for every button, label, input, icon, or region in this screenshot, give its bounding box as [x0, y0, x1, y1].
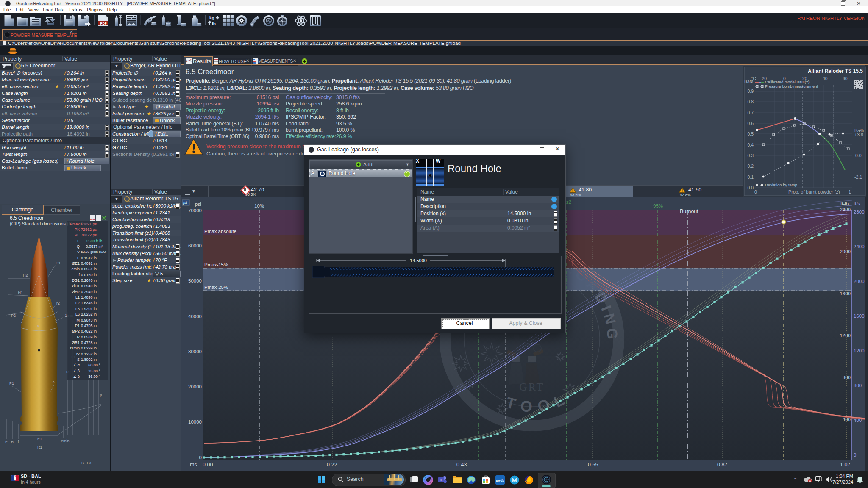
svg-text:β: β	[100, 394, 102, 397]
svg-text:800: 800	[854, 383, 862, 388]
svg-text:mydp: mydp	[496, 478, 504, 482]
svg-text:0: 0	[199, 455, 202, 460]
svg-text:1200: 1200	[854, 348, 865, 353]
svg-text:ft-lb: ft-lb	[840, 201, 849, 206]
svg-text:10000: 10000	[188, 419, 202, 424]
svg-text:1200: 1200	[840, 333, 851, 338]
svg-text:L3: L3	[87, 461, 91, 464]
svg-text:r2: r2	[56, 301, 60, 305]
svg-text:1600: 1600	[840, 291, 851, 296]
svg-text:emin: emin	[61, 439, 70, 443]
svg-text:40: 40	[823, 76, 828, 81]
svg-text:60000: 60000	[188, 243, 202, 248]
svg-text:Alliant Reloder TS 15.5: Alliant Reloder TS 15.5	[808, 68, 863, 74]
svg-text:Pmax-25%: Pmax-25%	[204, 285, 228, 290]
svg-text:-2.1: -2.1	[854, 175, 862, 180]
svg-text:T: T	[440, 478, 442, 482]
svg-text:PDF: PDF	[100, 22, 107, 25]
svg-text:P1: P1	[9, 381, 14, 385]
svg-text:°C: °C	[751, 76, 756, 81]
svg-text:δ: δ	[53, 380, 55, 384]
svg-text:14.5000: 14.5000	[410, 258, 427, 263]
svg-text:+3.8: +3.8	[854, 132, 863, 137]
svg-text:2000: 2000	[840, 249, 851, 254]
svg-text:ft/s: ft/s	[854, 201, 860, 206]
svg-text:f: f	[18, 440, 19, 444]
svg-text:0.6: 0.6	[747, 121, 754, 126]
svg-text:70000: 70000	[188, 208, 202, 213]
svg-text:800: 800	[843, 375, 851, 380]
svg-text:z2: z2	[566, 200, 571, 205]
svg-text:0.43: 0.43	[456, 462, 467, 468]
svg-text:E: E	[5, 440, 8, 444]
svg-text:0.00: 0.00	[203, 462, 213, 468]
svg-text:0.3: 0.3	[747, 153, 754, 158]
svg-text:20000: 20000	[188, 384, 202, 389]
svg-text:0.87: 0.87	[717, 462, 727, 468]
svg-text:H2: H2	[23, 273, 28, 277]
svg-text:H1: H1	[18, 291, 23, 295]
svg-text:0.0: 0.0	[855, 153, 862, 158]
svg-text:0.7: 0.7	[747, 110, 754, 115]
svg-text:0: 0	[854, 452, 856, 458]
svg-text:60: 60	[843, 76, 848, 81]
svg-text:2400: 2400	[840, 207, 851, 212]
svg-text:ms: ms	[190, 462, 197, 468]
svg-text:2000: 2000	[854, 279, 865, 284]
svg-text:R: R	[11, 440, 14, 444]
svg-text:0.2: 0.2	[747, 164, 754, 169]
svg-text:0.0: 0.0	[747, 185, 754, 190]
svg-text:0.5: 0.5	[747, 131, 754, 136]
svg-text:Burnout: Burnout	[680, 208, 698, 214]
svg-text:30000: 30000	[188, 349, 202, 354]
svg-text:0.22: 0.22	[327, 462, 337, 468]
svg-text:0.9: 0.9	[747, 89, 754, 94]
svg-text:α: α	[37, 324, 39, 327]
svg-text:0: 0	[754, 189, 757, 194]
svg-text:G1: G1	[56, 261, 61, 265]
svg-text:Prop. of burnt powder (z): Prop. of burnt powder (z)	[788, 189, 840, 194]
svg-text:1600: 1600	[854, 313, 865, 319]
svg-text:GRT: GRT	[519, 381, 544, 393]
svg-text:0.4: 0.4	[747, 142, 754, 147]
svg-text:P2: P2	[11, 313, 16, 318]
svg-text:50000: 50000	[188, 278, 202, 283]
svg-text:R1: R1	[37, 445, 42, 449]
svg-text:E1: E1	[37, 437, 42, 441]
svg-text:0.65: 0.65	[588, 462, 598, 468]
svg-text:psi: psi	[195, 202, 201, 207]
svg-text:1: 1	[849, 189, 851, 194]
svg-text:Deviation by temp.: Deviation by temp.	[765, 183, 798, 187]
svg-text:Pmax absolute: Pmax absolute	[204, 229, 236, 234]
svg-text:1.07: 1.07	[840, 462, 850, 468]
svg-text:2800: 2800	[854, 209, 865, 214]
svg-text:40000: 40000	[188, 314, 202, 319]
svg-text:10%: 10%	[254, 203, 264, 208]
svg-text:lb: lb	[212, 22, 216, 26]
svg-text:0.8: 0.8	[747, 99, 754, 104]
svg-text:kg: kg	[209, 16, 214, 20]
svg-text:Pressure bomb measurement: Pressure bomb measurement	[765, 84, 818, 89]
svg-text:S: S	[81, 461, 84, 464]
svg-text:p/t: p/t	[183, 201, 188, 205]
svg-text:0.1: 0.1	[747, 175, 754, 180]
svg-text:2400: 2400	[854, 244, 865, 249]
svg-text:95%: 95%	[653, 203, 663, 208]
svg-text:Pmax-15%: Pmax-15%	[204, 262, 228, 267]
